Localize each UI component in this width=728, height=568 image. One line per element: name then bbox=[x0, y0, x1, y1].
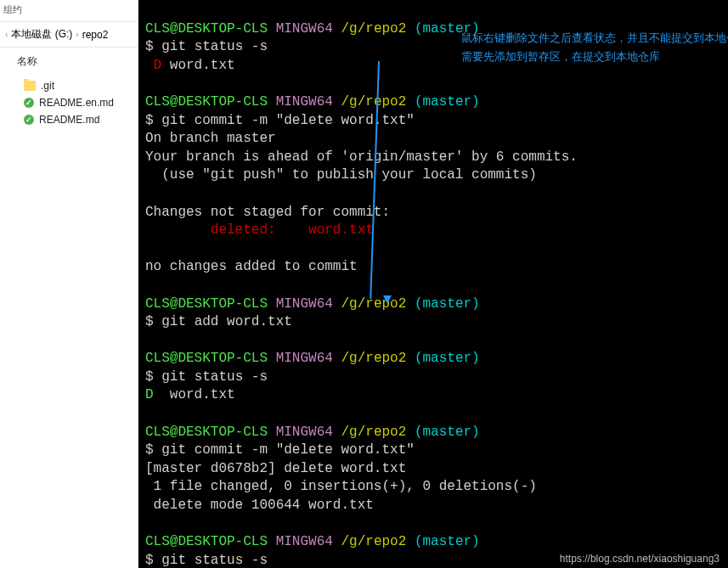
file-label: .git bbox=[41, 80, 54, 92]
prompt-user: CLS@DESKTOP-CLS bbox=[145, 21, 268, 37]
annotation-text: 需要先添加到暂存区，在提交到本地仓库 bbox=[461, 49, 660, 65]
file-item[interactable]: ✓ README.en.md bbox=[0, 94, 138, 111]
file-label: README.en.md bbox=[39, 97, 114, 109]
annotation-text: 鼠标右键删除文件之后查看状态，并且不能提交到本地仓库 bbox=[461, 31, 728, 46]
output-line: (use "git push" to publish your local co… bbox=[145, 167, 537, 183]
file-list: .git ✓ README.en.md ✓ README.md bbox=[0, 74, 138, 132]
output-line: no changes added to commit bbox=[145, 259, 358, 274]
check-icon: ✓ bbox=[24, 98, 34, 108]
breadcrumb-part[interactable]: 本地磁盘 (G:) bbox=[11, 27, 72, 42]
output-line: 1 file changed, 0 insertions(+), 0 delet… bbox=[145, 479, 537, 494]
prompt-host: MINGW64 bbox=[276, 21, 333, 37]
output-line: On branch master bbox=[145, 131, 276, 146]
deleted-line: deleted: word.txt bbox=[145, 222, 374, 238]
file-item[interactable]: ✓ README.md bbox=[0, 111, 138, 128]
folder-item[interactable]: .git bbox=[0, 77, 138, 94]
output-line: Changes not staged for commit: bbox=[145, 205, 390, 220]
chevron-right-icon: › bbox=[76, 30, 78, 39]
status-file: word.txt bbox=[170, 387, 235, 402]
status-flag: D bbox=[145, 58, 170, 73]
status-flag: D bbox=[145, 387, 170, 402]
file-label: README.md bbox=[39, 114, 99, 126]
command: git status -s bbox=[161, 553, 268, 568]
breadcrumb-part[interactable]: repo2 bbox=[82, 29, 109, 41]
org-label: 组约 bbox=[0, 0, 138, 22]
arrow-head-icon bbox=[383, 295, 392, 304]
column-header-name[interactable]: 名称 bbox=[0, 48, 138, 74]
check-icon: ✓ bbox=[24, 115, 34, 125]
output-line: [master d0678b2] delete word.txt bbox=[145, 461, 406, 476]
folder-icon bbox=[24, 81, 36, 91]
command: git add word.txt bbox=[161, 314, 292, 329]
command: git status -s bbox=[161, 39, 268, 54]
command: git commit -m "delete word.txt" bbox=[161, 442, 415, 458]
breadcrumb[interactable]: ‹ 本地磁盘 (G:) › repo2 bbox=[0, 22, 138, 48]
output-line: Your branch is ahead of 'origin/master' … bbox=[145, 149, 578, 165]
file-explorer-sidebar: 组约 ‹ 本地磁盘 (G:) › repo2 名称 .git ✓ README.… bbox=[0, 0, 138, 568]
watermark: https://blog.csdn.net/xiaoshiguang3 bbox=[560, 553, 720, 565]
chevron-left-icon[interactable]: ‹ bbox=[5, 30, 8, 39]
output-line: delete mode 100644 word.txt bbox=[145, 498, 374, 513]
terminal-window[interactable]: CLS@DESKTOP-CLS MINGW64 /g/repo2 (master… bbox=[138, 0, 728, 568]
dollar-prompt: $ bbox=[145, 39, 154, 54]
status-file: word.txt bbox=[170, 58, 235, 73]
command: git status -s bbox=[161, 369, 268, 385]
prompt-path: /g/repo2 bbox=[341, 21, 406, 37]
